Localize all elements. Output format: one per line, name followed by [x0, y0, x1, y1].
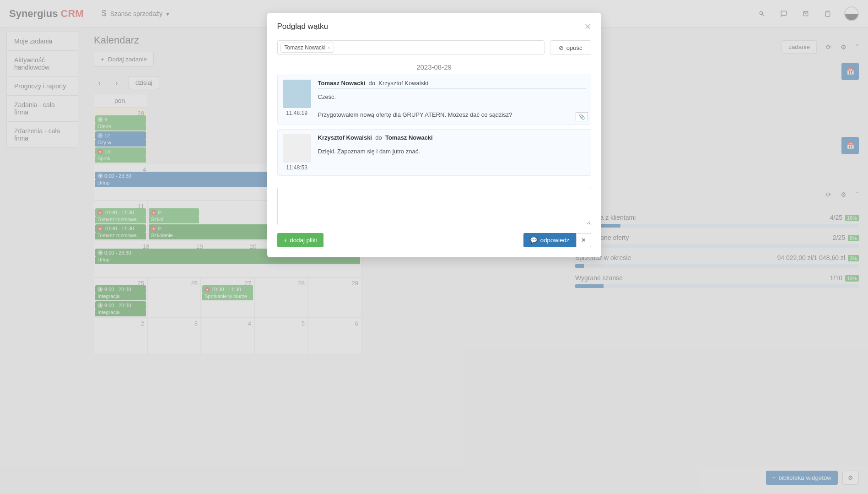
message: 11:48:19 Tomasz Nowacki do Krzysztof Kow… — [277, 75, 591, 125]
participants-input[interactable]: Tomasz Nowacki × — [277, 40, 545, 55]
remove-icon[interactable]: × — [328, 45, 330, 50]
message-line: Dzięki. Zapoznam się i dam jutro znać. — [318, 147, 586, 156]
plus-icon: + — [284, 237, 287, 244]
message-time: 11:48:19 — [286, 110, 307, 116]
attachment-icon[interactable]: 📎 — [576, 112, 588, 121]
date-divider: 2023-08-29 — [277, 63, 591, 71]
message-avatar — [283, 80, 311, 108]
reply-button[interactable]: 💬 odpowiedz — [523, 233, 576, 247]
thread-date: 2023-08-29 — [411, 63, 457, 71]
leave-button[interactable]: ⊘ opuść — [550, 40, 591, 55]
message-line: Cześć. — [318, 92, 586, 102]
leave-label: opuść — [566, 44, 582, 51]
message-to: Tomasz Nowacki — [385, 134, 433, 141]
message-from: Krzysztof Kowalski — [318, 134, 372, 141]
add-files-button[interactable]: + dodaj pliki — [277, 233, 323, 247]
reply-label: odpowiedz — [540, 237, 570, 244]
cancel-button[interactable]: ✕ — [576, 233, 591, 247]
reply-textarea[interactable] — [277, 188, 591, 225]
message: 11:48:53 Krzysztof Kowalski do Tomasz No… — [277, 129, 591, 176]
message-header: Tomasz Nowacki do Krzysztof Kowalski — [318, 80, 586, 89]
close-icon[interactable]: × — [584, 20, 591, 33]
participant-pill: Tomasz Nowacki × — [280, 43, 334, 53]
thread-preview-modal: Podgląd wątku × Tomasz Nowacki × ⊘ opuść… — [267, 13, 601, 257]
message-time: 11:48:53 — [286, 164, 307, 171]
message-header: Krzysztof Kowalski do Tomasz Nowacki — [318, 134, 586, 143]
chat-icon: 💬 — [530, 237, 538, 244]
message-from: Tomasz Nowacki — [318, 80, 366, 87]
message-to: Krzysztof Kowalski — [378, 80, 428, 87]
message-avatar — [283, 134, 311, 163]
message-line: Przygotowałem nową ofertę dla GRUPY ATER… — [318, 110, 586, 119]
close-icon: ✕ — [581, 237, 586, 244]
block-icon: ⊘ — [559, 44, 564, 51]
participant-name: Tomasz Nowacki — [285, 44, 326, 51]
add-files-label: dodaj pliki — [290, 237, 317, 244]
modal-title: Podgląd wątku — [277, 22, 329, 31]
